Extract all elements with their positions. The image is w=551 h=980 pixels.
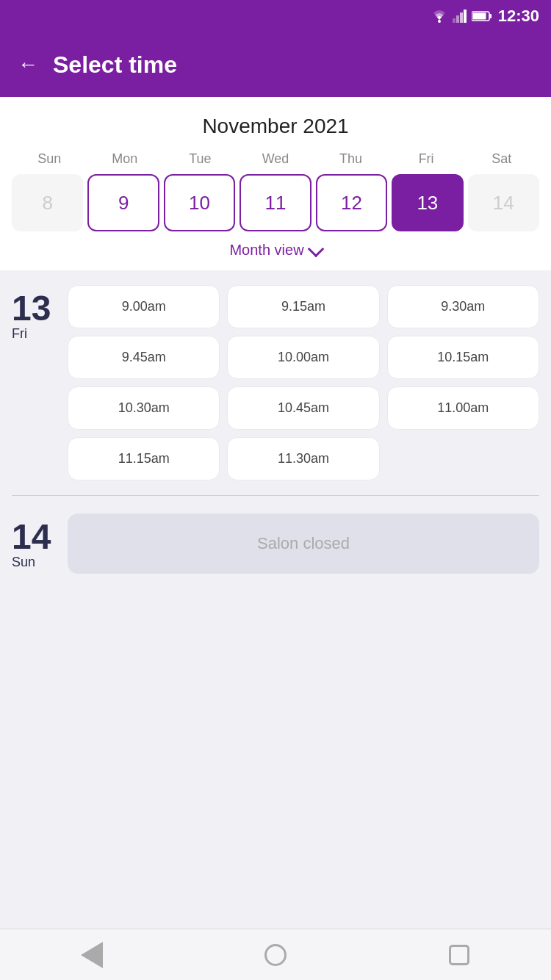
status-time: 12:30 bbox=[498, 7, 539, 26]
time-slot-1045[interactable]: 10.45am bbox=[227, 386, 379, 430]
header: ← Select time bbox=[0, 32, 551, 97]
wifi-icon bbox=[431, 10, 448, 23]
chevron-down-icon bbox=[307, 240, 324, 257]
day-cell-11[interactable]: 11 bbox=[240, 174, 311, 231]
svg-rect-3 bbox=[460, 12, 463, 23]
day-cell-10[interactable]: 10 bbox=[164, 174, 235, 231]
day-cells: 8 9 10 11 12 13 14 bbox=[12, 174, 539, 231]
status-icons bbox=[431, 10, 492, 23]
time-slots-grid-13: 9.00am 9.15am 9.30am 9.45am 10.00am 10.1… bbox=[68, 285, 539, 480]
nav-recent-button[interactable] bbox=[446, 942, 472, 968]
salon-closed-label: Salon closed bbox=[257, 534, 350, 552]
day-cell-13[interactable]: 13 bbox=[392, 174, 463, 231]
back-nav-icon bbox=[81, 942, 103, 968]
day-14-section: 14 Sun Salon closed bbox=[12, 514, 539, 574]
day-cell-12[interactable]: 12 bbox=[316, 174, 387, 231]
time-slot-900[interactable]: 9.00am bbox=[68, 285, 220, 328]
time-slot-1100[interactable]: 11.00am bbox=[387, 386, 539, 430]
day-13-label: 13 Fri bbox=[12, 285, 56, 480]
section-divider bbox=[12, 495, 539, 496]
day-13-number: 13 bbox=[12, 291, 56, 326]
day-14-label: 14 Sun bbox=[12, 514, 56, 574]
svg-rect-6 bbox=[489, 14, 491, 18]
time-slot-930[interactable]: 9.30am bbox=[387, 285, 539, 328]
day-13-section: 13 Fri 9.00am 9.15am 9.30am 9.45am 10.00… bbox=[12, 285, 539, 480]
day-headers: Sun Mon Tue Wed Thu Fri Sat bbox=[12, 151, 539, 167]
day-cell-14: 14 bbox=[468, 174, 539, 231]
day-14-number: 14 bbox=[12, 519, 56, 555]
bottom-nav bbox=[0, 929, 551, 980]
day-13-name: Fri bbox=[12, 326, 56, 342]
month-view-label: Month view bbox=[229, 242, 303, 259]
recent-nav-icon bbox=[449, 945, 469, 965]
day-header-mon: Mon bbox=[87, 151, 163, 167]
svg-point-0 bbox=[438, 20, 441, 23]
day-header-tue: Tue bbox=[162, 151, 238, 167]
day-header-sun: Sun bbox=[12, 151, 87, 167]
battery-icon bbox=[472, 10, 492, 22]
nav-back-button[interactable] bbox=[79, 942, 105, 968]
time-slot-1030[interactable]: 10.30am bbox=[68, 386, 220, 430]
time-slot-945[interactable]: 9.45am bbox=[68, 336, 220, 379]
svg-rect-1 bbox=[453, 18, 455, 23]
time-slot-1000[interactable]: 10.00am bbox=[227, 336, 379, 379]
signal-icon bbox=[453, 10, 467, 23]
home-nav-icon bbox=[264, 944, 287, 966]
month-year-label: November 2021 bbox=[12, 115, 539, 138]
day-header-fri: Fri bbox=[389, 151, 464, 167]
time-slot-915[interactable]: 9.15am bbox=[227, 285, 379, 328]
svg-rect-4 bbox=[464, 10, 467, 23]
time-slot-1015[interactable]: 10.15am bbox=[387, 336, 539, 379]
time-slot-1130[interactable]: 11.30am bbox=[227, 437, 379, 480]
time-slot-1115[interactable]: 11.15am bbox=[68, 437, 220, 480]
day-cell-9[interactable]: 9 bbox=[87, 174, 159, 231]
svg-rect-7 bbox=[472, 13, 486, 20]
day-header-thu: Thu bbox=[313, 151, 389, 167]
status-bar: 12:30 bbox=[0, 0, 551, 32]
month-view-toggle[interactable]: Month view bbox=[12, 242, 539, 259]
salon-closed-box: Salon closed bbox=[68, 514, 539, 574]
times-section: 13 Fri 9.00am 9.15am 9.30am 9.45am 10.00… bbox=[0, 270, 551, 603]
back-button[interactable]: ← bbox=[18, 53, 38, 76]
day-cell-8: 8 bbox=[12, 174, 83, 231]
nav-home-button[interactable] bbox=[262, 942, 289, 968]
day-header-wed: Wed bbox=[238, 151, 314, 167]
page-title: Select time bbox=[53, 51, 177, 79]
day-header-sat: Sat bbox=[464, 151, 539, 167]
calendar-section: November 2021 Sun Mon Tue Wed Thu Fri Sa… bbox=[0, 97, 551, 270]
salon-closed-wrapper: Salon closed bbox=[68, 514, 539, 574]
day-14-name: Sun bbox=[12, 555, 56, 570]
svg-rect-2 bbox=[456, 15, 459, 23]
